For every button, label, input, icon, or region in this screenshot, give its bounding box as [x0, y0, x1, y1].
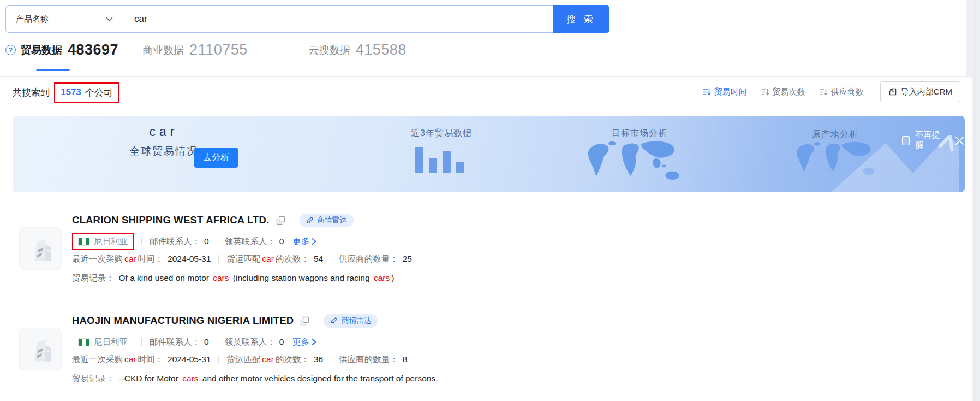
chevron-down-icon	[106, 17, 113, 22]
text-segment: 54	[314, 254, 323, 264]
search-input[interactable]	[122, 6, 553, 32]
text-segment: 的次数：	[276, 354, 309, 365]
text-segment	[218, 255, 219, 263]
text-segment: 最近一次采购	[72, 354, 123, 365]
trade-search-page: 产品名称 搜 索 ? 贸易数据 483697 商业数据 2110755 云搜数据…	[0, 0, 980, 401]
text-segment: 最近一次采购	[72, 253, 123, 265]
building-placeholder-icon	[25, 334, 56, 364]
sort-icon	[761, 88, 769, 96]
trade-record-label: 贸易记录：	[72, 273, 115, 284]
import-icon	[888, 87, 897, 96]
company-logo[interactable]	[19, 227, 62, 270]
data-tabs: ? 贸易数据 483697 商业数据 2110755 云搜数据 415588	[5, 42, 407, 58]
company-name-link[interactable]: CLARION SHIPPING WEST AFRICA LTD.	[72, 214, 270, 226]
copy-icon[interactable]	[276, 216, 285, 225]
business-radar-badge[interactable]: 商情雷达	[300, 214, 354, 227]
trade-record-line: 贸易记录： Of a kind used on motor cars (incl…	[72, 272, 936, 284]
divider	[141, 338, 142, 346]
tab-count: 483697	[68, 42, 118, 58]
sort-label: 贸易时间	[714, 87, 747, 97]
scrollbar[interactable]	[974, 0, 980, 401]
text-segment: 时间：	[138, 253, 164, 265]
text-segment: cars	[374, 273, 390, 282]
dont-remind-label: 不再提醒	[915, 130, 942, 151]
bar	[456, 162, 464, 173]
tab-count: 2110755	[189, 42, 248, 58]
sort-label: 供应商数	[831, 87, 864, 97]
dismiss-group: 不再提醒	[902, 130, 965, 151]
text-segment: Of a kind used on motor	[119, 273, 212, 282]
sort-label: 贸易次数	[773, 87, 805, 97]
bar	[429, 158, 437, 173]
tab-label: 云搜数据	[309, 43, 350, 57]
banner-card-trade-data-label: 近3年贸易数据	[411, 128, 472, 139]
divider	[217, 338, 217, 346]
text-segment: car	[124, 254, 136, 264]
text-segment: 25	[403, 254, 412, 264]
sort-trade-time[interactable]: 贸易时间	[703, 87, 747, 97]
email-contacts-value: 0	[204, 337, 209, 347]
import-crm-button[interactable]: 导入内部CRM	[880, 81, 960, 102]
sort-supplier-count[interactable]: 供应商数	[820, 87, 864, 97]
text-segment: car	[262, 355, 274, 364]
megaphone-icon	[306, 216, 314, 225]
business-radar-badge[interactable]: 商情雷达	[324, 314, 378, 328]
country-label: 尼日利亚	[94, 236, 128, 247]
active-tab-underline	[36, 69, 70, 71]
company-name-link[interactable]: HAOJIN MANUFACTURING NIGERIA LIMITED	[72, 315, 294, 327]
search-category-value: 产品名称	[16, 14, 49, 25]
trade-record-text: Of a kind used on motor cars (including …	[119, 273, 395, 283]
linkedin-contacts-value: 0	[279, 237, 284, 246]
linkedin-contacts-value: 0	[279, 337, 284, 347]
divider	[141, 238, 142, 245]
results-count: 1573	[61, 87, 81, 98]
text-segment: and other motor vehicles designed for th…	[200, 374, 438, 383]
country-label: 尼日利亚	[94, 337, 128, 348]
trade-record-line: 贸易记录： --CKD for Motor cars and other mot…	[72, 373, 936, 385]
close-icon[interactable]	[954, 135, 965, 146]
sort-trade-count[interactable]: 贸易次数	[761, 87, 805, 97]
linkedin-contacts-label: 领英联系人：	[225, 236, 276, 247]
results-summary: 共搜索到 1573 个公司	[13, 80, 119, 105]
search-button[interactable]: 搜 索	[553, 5, 609, 33]
company-logo[interactable]	[19, 328, 62, 370]
purchase-info-line: 最近一次采购 car 时间：2024-05-31货运匹配 car 的次数：36供…	[72, 353, 936, 365]
search-category-select[interactable]: 产品名称	[6, 6, 122, 32]
text-segment: cars	[213, 273, 229, 282]
badge-label: 商情雷达	[342, 316, 371, 326]
text-segment	[331, 356, 331, 363]
tab-business-data[interactable]: 商业数据 2110755	[142, 42, 248, 58]
text-segment: car	[262, 254, 274, 264]
text-segment	[218, 356, 219, 363]
import-crm-label: 导入内部CRM	[901, 87, 952, 97]
bar	[415, 147, 423, 173]
country-group: 尼日利亚	[72, 334, 134, 351]
badge-label: 商情雷达	[318, 215, 347, 225]
text-segment: cars	[182, 374, 198, 383]
tab-cloud-search-data[interactable]: 云搜数据 415588	[309, 42, 407, 58]
copy-icon[interactable]	[300, 316, 309, 326]
purchase-info-line: 最近一次采购 car 时间：2024-05-31货运匹配 car 的次数：54供…	[72, 253, 936, 265]
text-segment: )	[391, 273, 394, 282]
text-segment: 2024-05-31	[168, 254, 211, 264]
analyze-button[interactable]: 去分析	[194, 148, 238, 168]
text-segment: 供应商的数量：	[339, 253, 398, 265]
dont-remind-checkbox[interactable]	[902, 136, 910, 145]
trade-record-label: 贸易记录：	[72, 373, 115, 385]
results-toolbar: 贸易时间 贸易次数 供应商数 导入内部CRM	[703, 81, 960, 103]
more-link[interactable]: 更多	[292, 236, 316, 247]
mini-bar-chart	[415, 145, 467, 173]
text-segment	[331, 255, 331, 263]
world-map-graphic	[580, 139, 689, 191]
email-contacts-value: 0	[204, 237, 209, 246]
megaphone-icon	[330, 317, 338, 325]
text-segment: 供应商的数量：	[339, 354, 398, 365]
sort-icon	[703, 88, 711, 96]
tab-trade-data[interactable]: ? 贸易数据 483697	[5, 42, 118, 58]
help-icon[interactable]: ?	[5, 45, 16, 55]
search-control: 产品名称 搜 索	[5, 5, 609, 33]
text-segment: 的次数：	[276, 253, 309, 265]
nigeria-flag-icon	[78, 338, 89, 346]
more-link[interactable]: 更多	[292, 337, 316, 348]
annotation-country-box: 尼日利亚	[72, 233, 134, 250]
